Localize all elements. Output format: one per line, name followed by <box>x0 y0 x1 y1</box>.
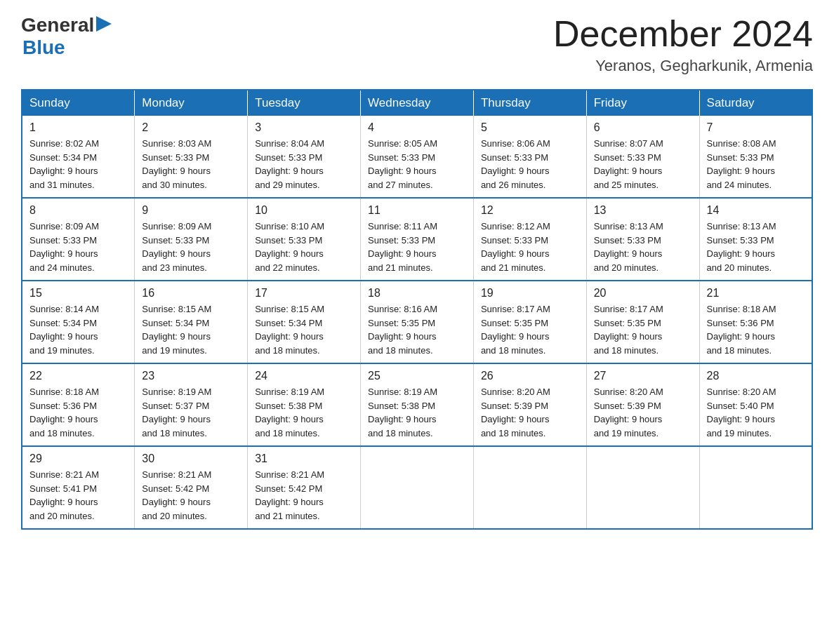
logo-arrow-icon <box>96 16 112 32</box>
day-info: Sunrise: 8:18 AMSunset: 5:36 PMDaylight:… <box>707 302 805 357</box>
day-number: 16 <box>142 287 240 300</box>
title-area: December 2024 Yeranos, Gegharkunik, Arme… <box>553 14 813 75</box>
header-tuesday: Tuesday <box>248 90 361 116</box>
day-number: 26 <box>481 370 579 382</box>
day-info: Sunrise: 8:18 AMSunset: 5:36 PMDaylight:… <box>29 385 127 440</box>
calendar-cell: 12Sunrise: 8:12 AMSunset: 5:33 PMDayligh… <box>473 198 586 281</box>
calendar-cell <box>586 446 699 529</box>
calendar-cell: 6Sunrise: 8:07 AMSunset: 5:33 PMDaylight… <box>586 116 699 198</box>
day-number: 28 <box>707 370 805 382</box>
calendar-cell: 1Sunrise: 8:02 AMSunset: 5:34 PMDaylight… <box>22 116 135 198</box>
calendar-cell: 26Sunrise: 8:20 AMSunset: 5:39 PMDayligh… <box>473 363 586 446</box>
day-number: 7 <box>707 121 805 134</box>
day-number: 6 <box>594 121 692 134</box>
calendar-cell: 3Sunrise: 8:04 AMSunset: 5:33 PMDaylight… <box>248 116 361 198</box>
day-info: Sunrise: 8:15 AMSunset: 5:34 PMDaylight:… <box>142 302 240 357</box>
calendar-cell: 2Sunrise: 8:03 AMSunset: 5:33 PMDaylight… <box>135 116 248 198</box>
calendar-cell: 23Sunrise: 8:19 AMSunset: 5:37 PMDayligh… <box>135 363 248 446</box>
day-info: Sunrise: 8:19 AMSunset: 5:38 PMDaylight:… <box>255 385 353 440</box>
day-info: Sunrise: 8:14 AMSunset: 5:34 PMDaylight:… <box>29 302 127 357</box>
calendar-cell <box>361 446 474 529</box>
calendar-week-row: 8Sunrise: 8:09 AMSunset: 5:33 PMDaylight… <box>22 198 812 281</box>
calendar-week-row: 1Sunrise: 8:02 AMSunset: 5:34 PMDaylight… <box>22 116 812 198</box>
day-number: 23 <box>142 370 240 382</box>
day-info: Sunrise: 8:09 AMSunset: 5:33 PMDaylight:… <box>142 220 240 274</box>
calendar-cell: 25Sunrise: 8:19 AMSunset: 5:38 PMDayligh… <box>361 363 474 446</box>
calendar-cell: 8Sunrise: 8:09 AMSunset: 5:33 PMDaylight… <box>22 198 135 281</box>
header-sunday: Sunday <box>22 90 135 116</box>
day-info: Sunrise: 8:15 AMSunset: 5:34 PMDaylight:… <box>255 302 353 357</box>
day-number: 3 <box>255 121 353 134</box>
location-subtitle: Yeranos, Gegharkunik, Armenia <box>553 57 813 75</box>
day-number: 20 <box>594 287 692 300</box>
day-info: Sunrise: 8:20 AMSunset: 5:40 PMDaylight:… <box>707 385 805 440</box>
logo: General Blue <box>21 14 112 59</box>
day-info: Sunrise: 8:05 AMSunset: 5:33 PMDaylight:… <box>368 137 466 192</box>
day-number: 22 <box>29 370 127 382</box>
logo-general: General <box>21 14 94 36</box>
day-info: Sunrise: 8:13 AMSunset: 5:33 PMDaylight:… <box>707 220 805 274</box>
calendar-cell: 31Sunrise: 8:21 AMSunset: 5:42 PMDayligh… <box>248 446 361 529</box>
calendar-cell: 10Sunrise: 8:10 AMSunset: 5:33 PMDayligh… <box>248 198 361 281</box>
calendar-cell: 29Sunrise: 8:21 AMSunset: 5:41 PMDayligh… <box>22 446 135 529</box>
calendar-week-row: 15Sunrise: 8:14 AMSunset: 5:34 PMDayligh… <box>22 281 812 363</box>
day-info: Sunrise: 8:20 AMSunset: 5:39 PMDaylight:… <box>481 385 579 440</box>
day-number: 24 <box>255 370 353 382</box>
header-monday: Monday <box>135 90 248 116</box>
calendar-cell: 11Sunrise: 8:11 AMSunset: 5:33 PMDayligh… <box>361 198 474 281</box>
day-info: Sunrise: 8:10 AMSunset: 5:33 PMDaylight:… <box>255 220 353 274</box>
calendar-cell: 20Sunrise: 8:17 AMSunset: 5:35 PMDayligh… <box>586 281 699 363</box>
day-number: 31 <box>255 452 353 465</box>
day-number: 25 <box>368 370 466 382</box>
calendar-week-row: 29Sunrise: 8:21 AMSunset: 5:41 PMDayligh… <box>22 446 812 529</box>
day-number: 10 <box>255 204 353 217</box>
calendar-week-row: 22Sunrise: 8:18 AMSunset: 5:36 PMDayligh… <box>22 363 812 446</box>
logo-blue: Blue <box>22 36 112 59</box>
day-info: Sunrise: 8:21 AMSunset: 5:41 PMDaylight:… <box>29 468 127 523</box>
day-number: 13 <box>594 204 692 217</box>
header-wednesday: Wednesday <box>361 90 474 116</box>
day-number: 11 <box>368 204 466 217</box>
header-friday: Friday <box>586 90 699 116</box>
day-number: 27 <box>594 370 692 382</box>
day-info: Sunrise: 8:03 AMSunset: 5:33 PMDaylight:… <box>142 137 240 192</box>
calendar-cell: 28Sunrise: 8:20 AMSunset: 5:40 PMDayligh… <box>699 363 812 446</box>
day-info: Sunrise: 8:07 AMSunset: 5:33 PMDaylight:… <box>594 137 692 192</box>
day-number: 18 <box>368 287 466 300</box>
calendar-cell: 15Sunrise: 8:14 AMSunset: 5:34 PMDayligh… <box>22 281 135 363</box>
day-info: Sunrise: 8:04 AMSunset: 5:33 PMDaylight:… <box>255 137 353 192</box>
day-number: 4 <box>368 121 466 134</box>
calendar-cell: 16Sunrise: 8:15 AMSunset: 5:34 PMDayligh… <box>135 281 248 363</box>
day-info: Sunrise: 8:17 AMSunset: 5:35 PMDaylight:… <box>594 302 692 357</box>
day-info: Sunrise: 8:20 AMSunset: 5:39 PMDaylight:… <box>594 385 692 440</box>
day-number: 19 <box>481 287 579 300</box>
calendar-cell: 19Sunrise: 8:17 AMSunset: 5:35 PMDayligh… <box>473 281 586 363</box>
day-info: Sunrise: 8:21 AMSunset: 5:42 PMDaylight:… <box>255 468 353 523</box>
calendar-cell: 22Sunrise: 8:18 AMSunset: 5:36 PMDayligh… <box>22 363 135 446</box>
day-number: 2 <box>142 121 240 134</box>
calendar-cell: 18Sunrise: 8:16 AMSunset: 5:35 PMDayligh… <box>361 281 474 363</box>
calendar-cell: 27Sunrise: 8:20 AMSunset: 5:39 PMDayligh… <box>586 363 699 446</box>
day-number: 30 <box>142 452 240 465</box>
calendar-cell <box>473 446 586 529</box>
day-number: 14 <box>707 204 805 217</box>
day-number: 5 <box>481 121 579 134</box>
day-info: Sunrise: 8:17 AMSunset: 5:35 PMDaylight:… <box>481 302 579 357</box>
day-info: Sunrise: 8:12 AMSunset: 5:33 PMDaylight:… <box>481 220 579 274</box>
month-year-title: December 2024 <box>553 14 813 54</box>
calendar-cell: 13Sunrise: 8:13 AMSunset: 5:33 PMDayligh… <box>586 198 699 281</box>
svg-marker-0 <box>96 16 112 32</box>
header-thursday: Thursday <box>473 90 586 116</box>
day-info: Sunrise: 8:13 AMSunset: 5:33 PMDaylight:… <box>594 220 692 274</box>
day-number: 1 <box>29 121 127 134</box>
calendar-header-row: SundayMondayTuesdayWednesdayThursdayFrid… <box>22 90 812 116</box>
day-info: Sunrise: 8:19 AMSunset: 5:37 PMDaylight:… <box>142 385 240 440</box>
calendar-table: SundayMondayTuesdayWednesdayThursdayFrid… <box>21 89 813 530</box>
calendar-cell: 30Sunrise: 8:21 AMSunset: 5:42 PMDayligh… <box>135 446 248 529</box>
calendar-cell: 14Sunrise: 8:13 AMSunset: 5:33 PMDayligh… <box>699 198 812 281</box>
day-info: Sunrise: 8:19 AMSunset: 5:38 PMDaylight:… <box>368 385 466 440</box>
calendar-cell: 17Sunrise: 8:15 AMSunset: 5:34 PMDayligh… <box>248 281 361 363</box>
day-info: Sunrise: 8:16 AMSunset: 5:35 PMDaylight:… <box>368 302 466 357</box>
day-number: 12 <box>481 204 579 217</box>
calendar-cell: 5Sunrise: 8:06 AMSunset: 5:33 PMDaylight… <box>473 116 586 198</box>
